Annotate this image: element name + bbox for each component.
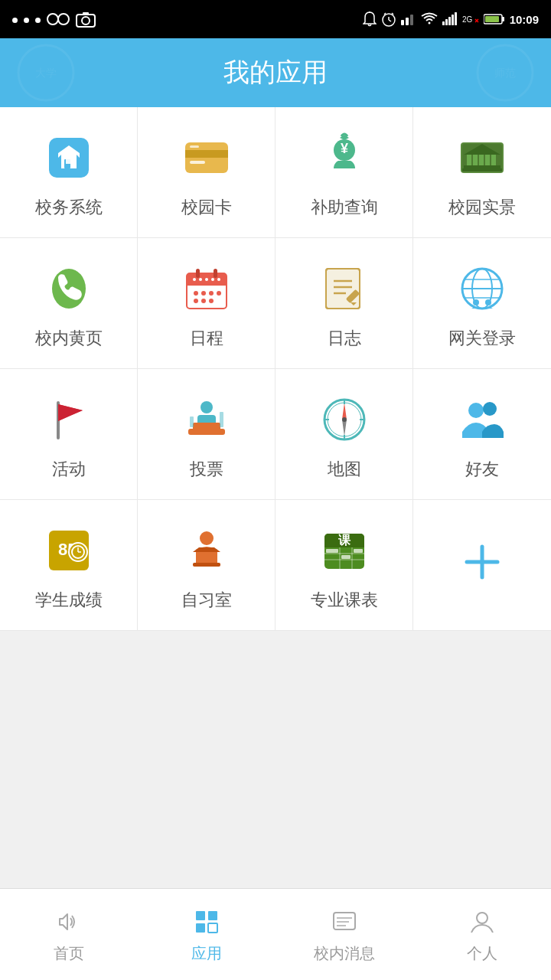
nav-home-label: 首页 xyxy=(54,943,84,964)
svg-rect-122 xyxy=(334,913,355,929)
app-add[interactable] xyxy=(413,500,551,630)
bell-icon xyxy=(363,11,377,27)
alarm-icon xyxy=(381,11,396,27)
app-grade[interactable]: 85 学生成绩 xyxy=(0,500,138,630)
app-subsidy[interactable]: ¥ 补助查询 xyxy=(276,107,413,237)
svg-rect-13 xyxy=(410,15,413,25)
nav-apps-label: 应用 xyxy=(191,943,222,964)
svg-text:¥: ¥ xyxy=(340,141,347,156)
app-map[interactable]: 地图 xyxy=(276,369,413,499)
svg-rect-83 xyxy=(190,416,194,427)
svg-rect-115 xyxy=(354,549,363,553)
grid-row-4: 85 学生成绩 xyxy=(0,500,551,631)
nav-profile[interactable]: 个人 xyxy=(413,889,551,980)
app-diary[interactable]: 日志 xyxy=(276,238,413,368)
app-campus-system[interactable]: 校务系统 xyxy=(0,107,138,237)
bottom-nav: 首页 应用 校内消息 xyxy=(0,888,551,980)
app-yellow-pages[interactable]: 校内黄页 xyxy=(0,238,138,368)
svg-rect-14 xyxy=(442,21,445,25)
wifi-icon xyxy=(421,12,438,26)
study-room-icon xyxy=(179,523,234,578)
svg-rect-45 xyxy=(462,168,502,172)
svg-rect-113 xyxy=(326,549,338,553)
svg-marker-88 xyxy=(342,420,347,436)
svg-point-54 xyxy=(209,291,214,296)
svg-point-103 xyxy=(200,531,214,545)
grid-row-2: 校内黄页 xyxy=(0,238,551,369)
gray-area xyxy=(0,631,551,753)
nav-profile-label: 个人 xyxy=(467,943,497,964)
svg-point-56 xyxy=(194,299,198,303)
svg-point-60 xyxy=(199,278,202,281)
svg-line-8 xyxy=(389,20,391,21)
app-schedule[interactable]: 日程 xyxy=(138,238,276,368)
svg-point-76 xyxy=(473,299,479,305)
svg-point-126 xyxy=(477,913,487,923)
svg-point-61 xyxy=(205,278,208,281)
svg-rect-119 xyxy=(208,911,217,920)
svg-text:师范: 师范 xyxy=(494,67,516,79)
svg-point-55 xyxy=(217,291,221,296)
app-course-table[interactable]: 课 专业课表 xyxy=(276,500,413,630)
globe-icon xyxy=(455,261,510,316)
study-room-label: 自习室 xyxy=(181,589,232,612)
apps-nav-icon xyxy=(190,905,223,939)
camera-icon xyxy=(76,11,96,28)
network-icon: 2G xyxy=(462,12,479,26)
schedule-label: 日程 xyxy=(190,327,223,350)
svg-point-53 xyxy=(201,291,206,296)
battery-icon xyxy=(484,13,505,25)
svg-rect-12 xyxy=(406,18,409,25)
svg-rect-104 xyxy=(193,563,220,567)
svg-point-94 xyxy=(468,403,484,418)
app-campus-view[interactable]: 校园实景 xyxy=(413,107,551,237)
status-right: 2G 10:09 xyxy=(363,11,539,27)
vote-icon xyxy=(179,392,234,447)
grade-icon: 85 xyxy=(41,523,96,578)
app-gateway[interactable]: 网关登录 xyxy=(413,238,551,368)
svg-rect-121 xyxy=(208,923,217,933)
home-nav-icon xyxy=(52,905,86,939)
nav-apps[interactable]: 应用 xyxy=(138,889,276,980)
svg-rect-11 xyxy=(401,20,404,25)
svg-point-46 xyxy=(52,269,86,309)
svg-rect-4 xyxy=(83,12,89,15)
friends-label: 好友 xyxy=(465,458,499,481)
nav-home[interactable]: 首页 xyxy=(0,889,138,980)
map-label: 地图 xyxy=(328,458,361,481)
svg-rect-15 xyxy=(445,19,448,25)
svg-point-1 xyxy=(58,14,69,24)
app-campus-card[interactable]: 校园卡 xyxy=(138,107,276,237)
svg-rect-33 xyxy=(190,161,205,164)
phone-icon xyxy=(41,261,96,316)
app-study-room[interactable]: 自习室 xyxy=(138,500,276,630)
yellow-pages-label: 校内黄页 xyxy=(35,327,103,350)
dot3 xyxy=(35,13,41,25)
svg-rect-114 xyxy=(341,555,350,559)
compass-icon xyxy=(317,392,372,447)
apps-grid: 校务系统 校园卡 ¥ xyxy=(0,107,551,631)
subsidy-label: 补助查询 xyxy=(311,196,378,219)
friends-icon xyxy=(455,392,510,447)
flag-icon xyxy=(41,392,96,447)
messages-nav-icon xyxy=(328,905,361,939)
svg-rect-32 xyxy=(185,150,228,158)
campus-view-icon xyxy=(455,130,510,185)
svg-rect-50 xyxy=(196,269,200,278)
svg-rect-16 xyxy=(448,17,451,25)
svg-rect-51 xyxy=(214,269,217,278)
app-friends[interactable]: 好友 xyxy=(413,369,551,499)
campus-card-label: 校园卡 xyxy=(181,196,232,219)
gateway-label: 网关登录 xyxy=(448,327,516,350)
nav-messages[interactable]: 校内消息 xyxy=(276,889,413,980)
svg-rect-120 xyxy=(196,923,205,933)
svg-rect-18 xyxy=(455,12,457,25)
app-vote[interactable]: 投票 xyxy=(138,369,276,499)
oo-icon xyxy=(47,11,70,27)
campus-view-label: 校园实景 xyxy=(448,196,516,219)
svg-point-57 xyxy=(201,299,206,303)
calendar-icon xyxy=(179,261,234,316)
app-activity[interactable]: 活动 xyxy=(0,369,138,499)
profile-nav-icon xyxy=(465,905,499,939)
signal-bars-icon xyxy=(442,12,458,26)
